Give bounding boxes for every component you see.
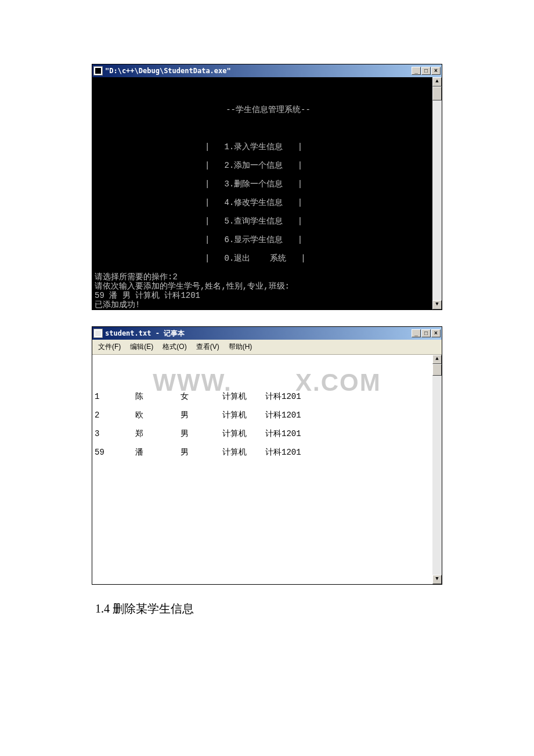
- close-button[interactable]: ×: [431, 329, 441, 337]
- prompt-line: 请选择所需要的操作:2: [95, 272, 178, 282]
- list-item: 3郑男计算机计科1201: [95, 429, 442, 438]
- notepad-title: student.txt - 记事本: [105, 329, 412, 339]
- menu-file[interactable]: 文件(F): [95, 341, 124, 353]
- console-body[interactable]: --学生信息管理系统-- | 1.录入学生信息 | | 2.添加一个信息 | |…: [92, 77, 442, 309]
- notepad-icon: [93, 329, 103, 338]
- menu-view[interactable]: 查看(V): [193, 341, 223, 353]
- list-item: 59潘男计算机计科1201: [95, 448, 442, 457]
- list-item: 1陈女计算机计科1201: [95, 392, 442, 401]
- console-window: "D:\c++\Debug\StudentData.exe" _ □ × --学…: [92, 64, 442, 310]
- console-text: --学生信息管理系统-- | 1.录入学生信息 | | 2.添加一个信息 | |…: [92, 96, 442, 309]
- console-title: "D:\c++\Debug\StudentData.exe": [105, 67, 412, 75]
- scroll-thumb[interactable]: [432, 364, 442, 376]
- minimize-button[interactable]: _: [412, 329, 421, 337]
- scroll-track[interactable]: [432, 87, 442, 300]
- window-controls: _ □ ×: [412, 67, 441, 75]
- section-caption: 1.4 删除某学生信息: [95, 601, 442, 617]
- maximize-button[interactable]: □: [421, 67, 431, 75]
- notepad-titlebar[interactable]: student.txt - 记事本 _ □ ×: [92, 327, 442, 340]
- scroll-up-button[interactable]: ▲: [432, 355, 442, 364]
- minimize-button[interactable]: _: [412, 67, 421, 75]
- notepad-window: student.txt - 记事本 _ □ × 文件(F) 编辑(E) 格式(O…: [92, 326, 442, 585]
- console-titlebar[interactable]: "D:\c++\Debug\StudentData.exe" _ □ ×: [92, 64, 442, 77]
- app-icon: [93, 66, 103, 75]
- system-header: --学生信息管理系统--: [129, 105, 407, 114]
- scroll-down-button[interactable]: ▼: [432, 575, 442, 584]
- close-button[interactable]: ×: [431, 67, 441, 75]
- scroll-down-button[interactable]: ▼: [432, 300, 442, 309]
- scroll-thumb[interactable]: [432, 87, 442, 100]
- scroll-up-button[interactable]: ▲: [432, 77, 442, 87]
- menu-help[interactable]: 帮助(H): [225, 341, 256, 353]
- list-item: 2欧男计算机计科1201: [95, 411, 442, 420]
- notepad-text: 1陈女计算机计科1201 2欧男计算机计科1201 3郑男计算机计科1201 5…: [92, 383, 442, 476]
- menu-bar: 文件(F) 编辑(E) 格式(O) 查看(V) 帮助(H): [92, 340, 442, 355]
- menu-edit[interactable]: 编辑(E): [127, 341, 157, 353]
- notepad-body[interactable]: WWW. X.COM 1陈女计算机计科1201 2欧男计算机计科1201 3郑男…: [92, 355, 442, 584]
- maximize-button[interactable]: □: [421, 329, 431, 337]
- window-controls: _ □ ×: [412, 329, 441, 337]
- vertical-scrollbar[interactable]: ▲ ▼: [432, 77, 442, 309]
- menu-format[interactable]: 格式(O): [159, 341, 190, 353]
